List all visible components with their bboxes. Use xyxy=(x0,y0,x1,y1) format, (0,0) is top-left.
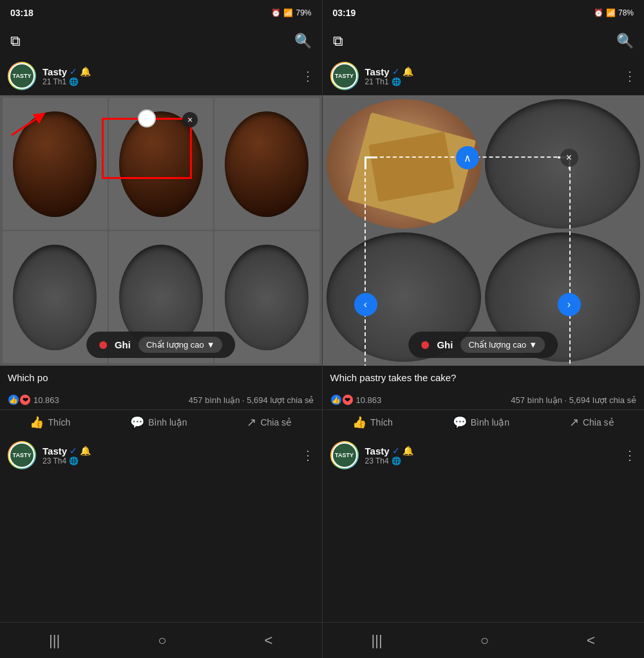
left-comment-label: Bình luận xyxy=(148,417,187,428)
corner-tl xyxy=(365,156,377,169)
left-record-dot xyxy=(99,341,107,349)
left-second-more[interactable]: ⋮ xyxy=(301,447,314,463)
right-verified-icon: ✓ xyxy=(392,66,400,77)
left-quality-arrow: ▼ xyxy=(207,340,215,350)
left-nav-home-icon[interactable]: ○ xyxy=(158,632,166,649)
selection-handle[interactable] xyxy=(138,109,156,127)
left-status-icons: ⏰ 📶 79% xyxy=(271,8,311,17)
left-search-icon[interactable]: 🔍 xyxy=(294,33,312,50)
left-title-row: Tasty ✓ 🔔 xyxy=(43,66,301,77)
left-second-page-name: Tasty xyxy=(43,446,67,456)
left-second-verified: ✓ xyxy=(70,446,77,456)
right-nav-back-icon[interactable]: < xyxy=(587,632,595,649)
left-like-button[interactable]: 👍 Thích xyxy=(30,415,70,429)
left-second-date: 23 Th4 xyxy=(43,456,66,465)
right-post-header: TASTY Tasty ✓ 🔔 21 Th1 🌐 ⋮ xyxy=(323,57,645,95)
drag-handle-top[interactable]: ∧ xyxy=(456,146,479,169)
left-post-text: Which po xyxy=(0,366,322,390)
right-second-bell[interactable]: 🔔 xyxy=(402,446,413,456)
right-search-icon[interactable]: 🔍 xyxy=(616,33,634,50)
right-like-label: Thích xyxy=(370,417,393,428)
right-share-icon: ↗ xyxy=(569,415,579,429)
right-nav-bar: ⧉ 🔍 xyxy=(323,26,645,57)
left-second-title-row: Tasty ✓ 🔔 xyxy=(43,446,301,456)
left-post-question: Which po xyxy=(8,372,48,383)
right-record-dot xyxy=(421,341,429,349)
drag-handle-left[interactable]: ‹ xyxy=(354,293,377,316)
left-share-button[interactable]: ↗ Chia sẻ xyxy=(247,415,292,429)
right-bell-icon[interactable]: 🔔 xyxy=(402,66,413,77)
battery-icon: 79% xyxy=(296,8,311,17)
left-selection-box: × xyxy=(102,118,192,179)
copy-nav-icon[interactable]: ⧉ xyxy=(10,33,21,50)
left-quality-button[interactable]: Chất lượng cao ▼ xyxy=(138,337,223,353)
left-second-bell[interactable]: 🔔 xyxy=(80,446,91,456)
left-more-icon[interactable]: ⋮ xyxy=(301,68,314,84)
left-nav-menu-icon[interactable]: ||| xyxy=(49,632,60,649)
left-nav-bar: ⧉ 🔍 xyxy=(0,26,322,57)
left-status-time: 03:18 xyxy=(10,8,33,18)
right-quality-label: Chất lượng cao xyxy=(468,340,526,350)
right-comments-count: 457 bình luận xyxy=(511,395,562,405)
right-action-row: 👍 Thích 💬 Bình luận ↗ Chia sẻ xyxy=(323,409,645,435)
left-comment-button[interactable]: 💬 Bình luận xyxy=(130,415,187,429)
left-close-button[interactable]: × xyxy=(182,112,198,127)
like-thumb-icon: 👍 xyxy=(30,415,44,429)
right-video-area[interactable]: ∧ ‹ › ∨ × Ghi Chất lượng cao ▼ xyxy=(323,95,645,366)
right-more-icon[interactable]: ⋮ xyxy=(623,68,636,84)
left-emoji-stack: 👍 ❤ xyxy=(8,394,31,406)
right-second-date: 23 Th4 xyxy=(365,456,389,465)
right-status-time: 03:19 xyxy=(333,8,356,18)
right-emoji-stack: 👍 ❤ xyxy=(330,394,354,406)
right-second-globe: 🌐 xyxy=(392,456,401,465)
right-comment-button[interactable]: 💬 Bình luận xyxy=(453,415,509,429)
left-status-bar: 03:18 ⏰ 📶 79% xyxy=(0,0,322,26)
right-second-title-row: Tasty ✓ 🔔 xyxy=(365,446,624,456)
left-post-meta: 21 Th1 🌐 xyxy=(43,77,301,86)
right-like-button[interactable]: 👍 Thích xyxy=(352,415,393,429)
comment-icon: 💬 xyxy=(130,415,144,429)
right-nav-menu-icon[interactable]: ||| xyxy=(372,632,383,649)
right-copy-icon[interactable]: ⧉ xyxy=(333,33,343,50)
right-page-name: Tasty xyxy=(365,66,390,77)
left-second-avatar: TASTY xyxy=(8,441,36,469)
right-reactions-count: 10.863 xyxy=(356,395,382,405)
wifi-icon: 📶 xyxy=(283,8,293,17)
right-comment-icon: 💬 xyxy=(453,415,467,429)
right-quality-arrow: ▼ xyxy=(529,340,537,350)
drag-handle-right[interactable]: › xyxy=(558,293,581,316)
left-heart-icon: ❤ xyxy=(19,394,31,406)
right-video-image: ∧ ‹ › ∨ × xyxy=(323,95,645,366)
right-nav-home-icon[interactable]: ○ xyxy=(480,632,489,649)
left-comments-count: 457 bình luận xyxy=(189,395,240,405)
right-avatar: TASTY xyxy=(330,62,359,90)
right-close-button[interactable]: × xyxy=(560,149,578,167)
left-react-left: 👍 ❤ 10.863 xyxy=(8,394,59,406)
right-second-page-name: Tasty xyxy=(365,446,390,456)
right-quality-button[interactable]: Chất lượng cao ▼ xyxy=(460,337,545,353)
right-shares-count: 5,694 lượt chia sẻ xyxy=(569,395,636,405)
left-second-globe: 🌐 xyxy=(69,456,79,465)
right-post-text: Which pastry takes the cake? xyxy=(323,366,645,390)
left-verified-icon: ✓ xyxy=(70,66,77,77)
left-shares-count: 5,694 lượt chia sẻ xyxy=(247,395,314,405)
left-date: 21 Th1 xyxy=(43,77,66,86)
left-video-area[interactable]: × Ghi Chất lượng cao ▼ xyxy=(0,95,322,366)
right-battery-icon: 78% xyxy=(618,8,634,17)
right-heart-icon: ❤ xyxy=(342,394,354,406)
right-share-label: Chia sẻ xyxy=(583,417,614,428)
left-like-icon: 👍 xyxy=(8,394,19,406)
left-second-meta: 23 Th4 🌐 xyxy=(43,456,301,465)
right-phone-panel: 03:19 ⏰ 📶 78% ⧉ 🔍 TASTY Tasty ✓ 🔔 21 Th1… xyxy=(323,0,645,658)
right-date: 21 Th1 xyxy=(365,77,389,86)
left-nav-back-icon[interactable]: < xyxy=(265,632,273,649)
right-record-bar: Ghi Chất lượng cao ▼ xyxy=(408,332,558,358)
left-second-info: Tasty ✓ 🔔 23 Th4 🌐 xyxy=(43,446,301,465)
right-second-more[interactable]: ⋮ xyxy=(623,447,636,463)
share-icon: ↗ xyxy=(247,415,256,429)
left-bottom-nav: ||| ○ < xyxy=(0,622,322,658)
right-second-avatar: TASTY xyxy=(330,441,359,469)
right-react-left: 👍 ❤ 10.863 xyxy=(330,394,382,406)
left-bell-icon[interactable]: 🔔 xyxy=(80,66,91,77)
right-share-button[interactable]: ↗ Chia sẻ xyxy=(569,415,614,429)
